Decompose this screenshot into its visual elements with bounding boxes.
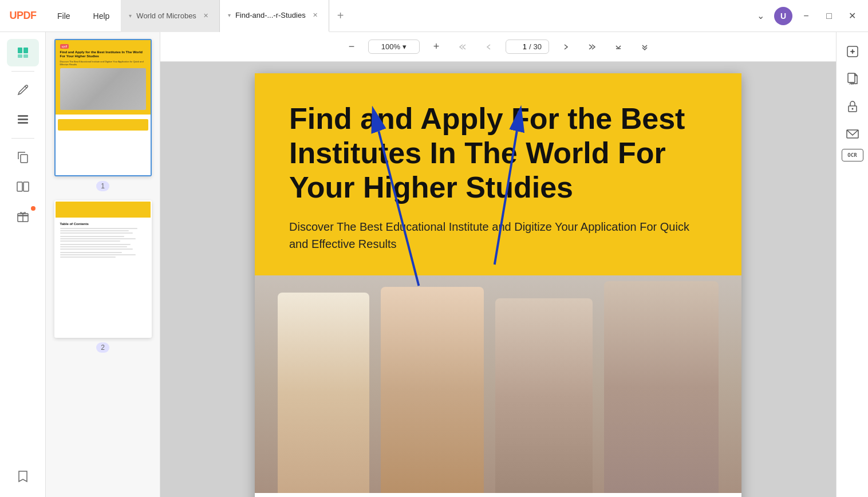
pdf-page: Find and Apply For the Best Institutes I… bbox=[255, 73, 741, 497]
zoom-level-text: 100% bbox=[381, 42, 400, 51]
person-3 bbox=[495, 298, 593, 493]
menu-help[interactable]: Help bbox=[82, 0, 121, 32]
thumb2-toc-title: Table of Contents bbox=[60, 222, 146, 226]
nav-next-button[interactable] bbox=[556, 37, 575, 57]
gift-badge bbox=[31, 206, 35, 211]
thumb2-top-yellow bbox=[56, 202, 151, 218]
tab2-close-button[interactable]: ✕ bbox=[310, 10, 321, 21]
page-current-input[interactable] bbox=[513, 42, 527, 51]
svg-rect-1 bbox=[23, 48, 28, 53]
tab1-dropdown-icon[interactable]: ▾ bbox=[129, 13, 132, 19]
page-image-area bbox=[255, 275, 741, 493]
zoom-dropdown-icon: ▾ bbox=[403, 42, 407, 51]
svg-rect-17 bbox=[848, 73, 855, 82]
menu-bar: File Help bbox=[46, 0, 121, 32]
sidebar-icon-reader[interactable] bbox=[7, 39, 39, 66]
sidebar-icon-copy[interactable] bbox=[7, 143, 39, 171]
svg-rect-7 bbox=[21, 155, 27, 163]
sidebar-icon-compare[interactable] bbox=[7, 173, 39, 200]
tabs-area: ▾ World of Microbes ✕ ▾ Find-and-...-r-S… bbox=[121, 0, 751, 32]
page-indicator: / 30 bbox=[506, 40, 549, 54]
right-icon-security[interactable] bbox=[840, 94, 865, 119]
dropdown-arrow-button[interactable]: ⌄ bbox=[751, 7, 770, 25]
right-icon-email[interactable] bbox=[840, 121, 865, 147]
left-sidebar bbox=[0, 32, 46, 497]
people-group bbox=[255, 275, 741, 493]
section-next-button[interactable] bbox=[609, 37, 628, 57]
thumbnail-page-1[interactable]: updf Find and Apply for the Best Institu… bbox=[50, 39, 155, 191]
svg-rect-3 bbox=[23, 54, 28, 58]
thumb-frame-2[interactable]: Table of Contents bbox=[54, 200, 152, 338]
svg-point-16 bbox=[851, 50, 854, 53]
app-logo[interactable]: UPDF bbox=[0, 0, 46, 32]
sidebar-icon-gift[interactable] bbox=[7, 203, 39, 230]
sidebar-icon-organize[interactable] bbox=[7, 106, 39, 133]
tab1-label: World of Microbes bbox=[136, 11, 196, 20]
svg-point-20 bbox=[851, 108, 853, 110]
thumb1-sub: Discover The Best Educational Institute … bbox=[60, 60, 146, 66]
maximize-button[interactable]: □ bbox=[820, 7, 838, 25]
right-sidebar: PDF↑ OCR bbox=[836, 32, 868, 497]
thumb1-image bbox=[60, 68, 146, 109]
svg-rect-2 bbox=[18, 54, 22, 58]
person-2 bbox=[381, 287, 484, 493]
page-total: 30 bbox=[534, 42, 542, 51]
tab2-label: Find-and-...-r-Studies bbox=[235, 11, 306, 19]
tab2-dropdown-icon[interactable]: ▾ bbox=[228, 12, 231, 18]
svg-rect-8 bbox=[17, 182, 22, 191]
svg-rect-0 bbox=[18, 48, 22, 53]
page-subtitle: Discover The Best Educational Institute … bbox=[289, 218, 707, 253]
thumb1-yellow-bar bbox=[58, 119, 148, 131]
menu-file[interactable]: File bbox=[46, 0, 82, 32]
svg-rect-6 bbox=[18, 122, 28, 124]
svg-rect-4 bbox=[18, 115, 28, 117]
svg-rect-5 bbox=[18, 119, 28, 120]
thumb2-page-number: 2 bbox=[96, 342, 109, 353]
thumb-frame-1[interactable]: updf Find and Apply for the Best Institu… bbox=[54, 39, 152, 176]
person-4 bbox=[604, 281, 719, 493]
right-icon-pdf[interactable]: PDF↑ bbox=[840, 66, 865, 92]
main-content: updf Find and Apply for the Best Institu… bbox=[0, 32, 868, 497]
pdf-viewer-area: − 100% ▾ + / 30 bbox=[160, 32, 836, 497]
svg-rect-9 bbox=[23, 182, 29, 191]
thumbnail-page-2[interactable]: Table of Contents 2 bbox=[50, 200, 155, 353]
zoom-level-display[interactable]: 100% ▾ bbox=[368, 40, 420, 54]
thumbnail-panel[interactable]: updf Find and Apply for the Best Institu… bbox=[46, 32, 160, 497]
svg-text:PDF↑: PDF↑ bbox=[849, 82, 857, 85]
thumb2-body: Table of Contents bbox=[56, 218, 151, 337]
sidebar-divider-1 bbox=[11, 71, 34, 72]
page-main-title: Find and Apply For the Best Institutes I… bbox=[289, 102, 707, 204]
zoom-in-button[interactable]: + bbox=[427, 37, 446, 57]
logo-text: UPDF bbox=[10, 10, 37, 22]
thumb1-title: Find and Apply for the Best Institutes I… bbox=[60, 50, 146, 58]
tab-find-and-studies[interactable]: ▾ Find-and-...-r-Studies ✕ bbox=[220, 0, 329, 32]
zoom-out-button[interactable]: − bbox=[342, 37, 361, 57]
section-last-button[interactable] bbox=[635, 37, 654, 57]
right-icon-ai[interactable] bbox=[840, 39, 865, 64]
sidebar-icon-bookmark[interactable] bbox=[7, 463, 39, 490]
tab-world-of-microbes[interactable]: ▾ World of Microbes ✕ bbox=[121, 0, 220, 32]
nav-last-button[interactable] bbox=[582, 37, 602, 57]
thumb1-bottom bbox=[56, 115, 151, 175]
title-bar: UPDF File Help ▾ World of Microbes ✕ ▾ F… bbox=[0, 0, 868, 32]
ocr-label: OCR bbox=[847, 152, 857, 158]
nav-first-button[interactable] bbox=[453, 37, 472, 57]
thumb1-page-number: 1 bbox=[96, 181, 109, 191]
person-1 bbox=[278, 293, 369, 493]
tab1-close-button[interactable]: ✕ bbox=[201, 11, 211, 21]
sidebar-divider-2 bbox=[11, 138, 34, 139]
close-button[interactable]: ✕ bbox=[843, 7, 861, 25]
nav-prev-button[interactable] bbox=[479, 37, 499, 57]
user-avatar[interactable]: U bbox=[774, 7, 792, 25]
right-icon-ocr[interactable]: OCR bbox=[842, 149, 863, 161]
sidebar-icon-annotate[interactable] bbox=[7, 76, 39, 104]
add-tab-button[interactable]: + bbox=[329, 0, 352, 32]
minimize-button[interactable]: − bbox=[797, 7, 815, 25]
thumb1-logo: updf bbox=[60, 45, 146, 48]
page-yellow-header: Find and Apply For the Best Institutes I… bbox=[255, 73, 741, 275]
page-separator: / bbox=[529, 42, 531, 51]
pdf-toolbar: − 100% ▾ + / 30 bbox=[160, 32, 836, 62]
pdf-content-area[interactable]: Find and Apply For the Best Institutes I… bbox=[160, 62, 836, 497]
window-controls: ⌄ U − □ ✕ bbox=[751, 7, 868, 25]
